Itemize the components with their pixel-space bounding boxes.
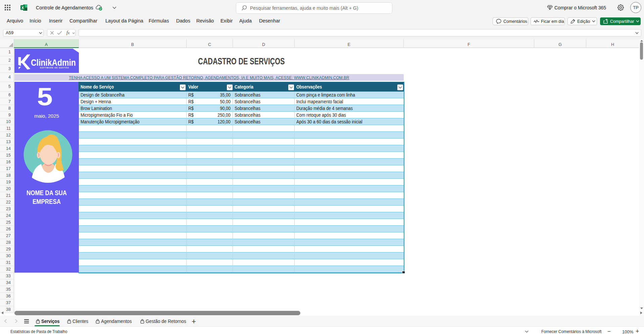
svg-text:X: X [21, 6, 24, 10]
